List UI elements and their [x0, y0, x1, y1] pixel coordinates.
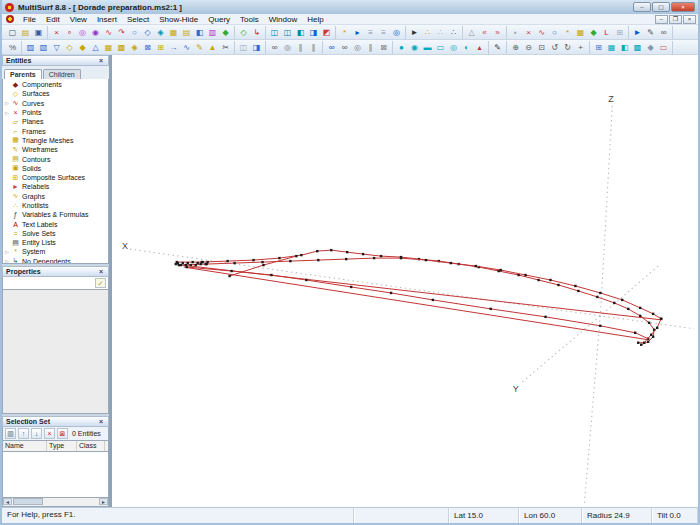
scroll-left-icon[interactable]: ◄	[3, 498, 12, 505]
explode-icon[interactable]: *	[338, 26, 351, 39]
control-point[interactable]	[425, 259, 427, 261]
wireframe-mode-icon[interactable]: ⊞	[592, 41, 605, 54]
expander-icon[interactable]: ▷	[3, 110, 11, 116]
create-patch-icon[interactable]: ▤	[180, 26, 193, 39]
control-point[interactable]	[204, 263, 206, 265]
minimize-button[interactable]: –	[633, 2, 651, 12]
control-point[interactable]	[300, 254, 302, 256]
entities-close-icon[interactable]: ×	[97, 57, 105, 64]
insert-diamond-icon[interactable]: ◇	[237, 26, 250, 39]
control-point[interactable]	[524, 274, 526, 276]
edit-mesh-icon[interactable]: ▦	[574, 26, 587, 39]
snap-plus-icon[interactable]: ∴	[447, 26, 460, 39]
control-point[interactable]	[316, 250, 318, 252]
expander-icon[interactable]: ▷	[3, 258, 11, 264]
surf-6-icon[interactable]: △	[89, 41, 102, 54]
control-point[interactable]	[574, 285, 576, 287]
control-point[interactable]	[577, 290, 579, 292]
tree-item-wireframes[interactable]: ✎Wireframes	[3, 145, 108, 154]
title-bar[interactable]: MultiSurf 8.8 - [ Dorade preparation.ms2…	[2, 0, 698, 14]
zoom-in-icon[interactable]: ⊕	[509, 41, 522, 54]
control-point[interactable]	[652, 313, 654, 315]
menu-show-hide[interactable]: Show-Hide	[154, 14, 203, 25]
show-selected-icon[interactable]: ◎	[351, 41, 364, 54]
control-point[interactable]	[195, 264, 197, 266]
control-point[interactable]	[175, 263, 177, 265]
tree-item-variables-formulas[interactable]: ƒVariables & Formulas	[3, 210, 108, 219]
view-boat-icon[interactable]: ▴	[473, 41, 486, 54]
create-bead-icon[interactable]: ◎	[76, 26, 89, 39]
edit-star-icon[interactable]: *	[561, 26, 574, 39]
control-point[interactable]	[639, 315, 641, 317]
control-point[interactable]	[262, 264, 264, 266]
control-point[interactable]	[643, 342, 645, 344]
curve-lower-line[interactable]	[187, 267, 648, 339]
menu-help[interactable]: Help	[302, 14, 328, 25]
tree-item-solve-sets[interactable]: =Solve Sets	[3, 229, 108, 238]
mdi-minimize-button[interactable]: –	[655, 15, 668, 24]
tab-children[interactable]: Children	[43, 69, 81, 79]
control-point[interactable]	[305, 279, 307, 281]
pan-icon[interactable]: +	[574, 41, 587, 54]
control-point[interactable]	[613, 302, 615, 304]
tree-item-planes[interactable]: ▱Planes	[3, 117, 108, 126]
control-point[interactable]	[373, 257, 375, 259]
edit-curve-icon[interactable]: ∿	[535, 26, 548, 39]
properties-panel-header[interactable]: Properties ×	[2, 266, 109, 277]
expander-icon[interactable]: ▷	[3, 100, 11, 106]
tree-item-triangle-meshes[interactable]: ▦Triangle Meshes	[3, 136, 108, 145]
selection-set-list[interactable]	[2, 452, 109, 498]
control-point[interactable]	[289, 260, 291, 262]
kaleidoscope-icon[interactable]: %	[6, 41, 19, 54]
delete-entity-icon[interactable]: ×	[50, 26, 63, 39]
control-point[interactable]	[185, 264, 187, 266]
create-circle-icon[interactable]: ○	[128, 26, 141, 39]
surf-4-icon[interactable]: ◇	[63, 41, 76, 54]
control-point[interactable]	[180, 264, 182, 266]
control-point[interactable]	[634, 332, 636, 334]
menu-edit[interactable]: Edit	[41, 14, 65, 25]
mdi-restore-button[interactable]: ❐	[669, 15, 682, 24]
menu-tools[interactable]: Tools	[235, 14, 264, 25]
hide-children-icon[interactable]: ∥	[307, 41, 320, 54]
control-point[interactable]	[228, 275, 230, 277]
view-window-1-icon[interactable]: ◫	[268, 26, 281, 39]
surf-14-icon[interactable]: ✎	[193, 41, 206, 54]
clear-selection-icon[interactable]: ⊠	[57, 428, 68, 439]
selection-list-icon[interactable]: ▥	[5, 428, 16, 439]
hide-all-icon[interactable]: ∞	[338, 41, 351, 54]
menu-file[interactable]: File	[18, 14, 41, 25]
surf-16-icon[interactable]: ✂	[219, 41, 232, 54]
recall-view-icon[interactable]: ◨	[250, 41, 263, 54]
control-point[interactable]	[537, 279, 539, 281]
control-point[interactable]	[350, 286, 352, 288]
control-point[interactable]	[233, 262, 235, 264]
snap-grid-icon[interactable]: ∴	[421, 26, 434, 39]
control-point[interactable]	[640, 344, 642, 346]
move-down-icon[interactable]: ↓	[31, 428, 42, 439]
hide-parents-icon[interactable]: ∥	[294, 41, 307, 54]
create-magnet-icon[interactable]: ◉	[89, 26, 102, 39]
control-point[interactable]	[557, 284, 559, 286]
store-view-icon[interactable]: ◫	[237, 41, 250, 54]
ibeam-b-icon[interactable]: ≡	[377, 26, 390, 39]
control-point[interactable]	[432, 299, 434, 301]
view-bottom-icon[interactable]: ▭	[434, 41, 447, 54]
control-point[interactable]	[549, 279, 551, 281]
tree-item-components[interactable]: ◆Components	[3, 80, 108, 89]
show-all-icon[interactable]: ∞	[325, 41, 338, 54]
column-type[interactable]: Type	[47, 441, 77, 451]
control-point[interactable]	[544, 316, 546, 318]
control-point[interactable]	[499, 269, 501, 271]
create-component-icon[interactable]: ◆	[219, 26, 232, 39]
control-point[interactable]	[252, 259, 254, 261]
lasso-select-icon[interactable]: ◎	[390, 26, 403, 39]
control-point[interactable]	[650, 334, 652, 336]
control-point[interactable]	[261, 261, 263, 263]
delete-selected-icon[interactable]: ×	[522, 26, 535, 39]
control-point[interactable]	[390, 292, 392, 294]
hidden-line-mode-icon[interactable]: ◧	[618, 41, 631, 54]
surf-13-icon[interactable]: ∿	[180, 41, 193, 54]
surf-12-icon[interactable]: →	[167, 41, 180, 54]
tree-item-curves[interactable]: ▷∿Curves	[3, 99, 108, 108]
